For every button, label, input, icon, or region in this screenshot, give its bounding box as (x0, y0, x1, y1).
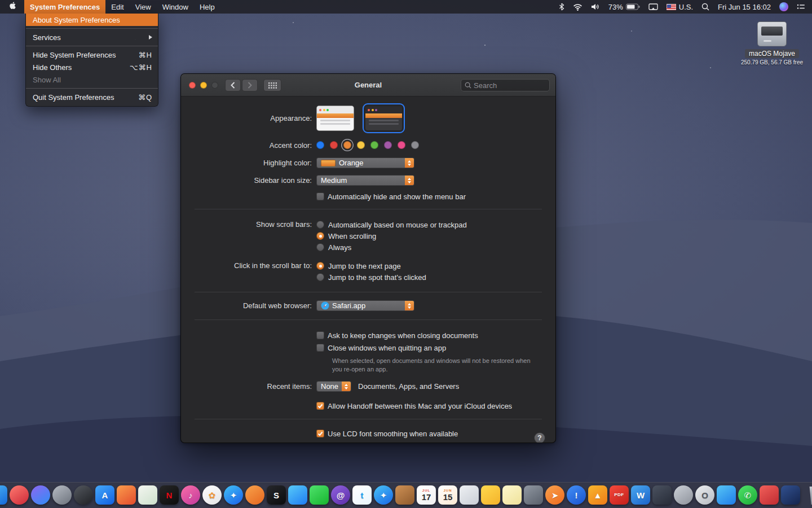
dock-icon-disc[interactable]: O (695, 485, 715, 505)
dock-icon-pdf[interactable]: PDF (609, 485, 629, 505)
menu-item-hide-others[interactable]: Hide Others ⌥⌘H (26, 61, 158, 73)
bluetooth-icon[interactable] (559, 3, 564, 11)
dock-icon-alert-info[interactable]: ! (566, 485, 586, 505)
show-all-grid-button[interactable] (263, 79, 281, 91)
accent-color-green[interactable] (370, 141, 378, 149)
dock-icon-facetime[interactable] (309, 485, 329, 505)
dock-icon-siri[interactable] (30, 485, 51, 505)
window-titlebar[interactable]: General (181, 74, 555, 97)
accent-color-purple[interactable] (384, 141, 392, 149)
dock-icon-installer[interactable]: ▲ (588, 485, 608, 505)
accent-color-gray[interactable] (411, 141, 419, 149)
chevron-left-icon (231, 82, 235, 89)
search-input[interactable] (474, 81, 546, 90)
sidebar-size-popup[interactable]: Medium (316, 175, 414, 186)
dock-icon-music[interactable]: ♪ (180, 485, 201, 505)
lcd-smoothing-checkbox[interactable] (316, 430, 324, 437)
menubar-autohide-checkbox[interactable] (316, 192, 324, 200)
menu-item-quit[interactable]: Quit System Preferences ⌘Q (26, 91, 158, 103)
dock-icon-voice-memos[interactable] (245, 485, 265, 505)
close-button[interactable] (189, 82, 196, 89)
dock-icon-stickies[interactable] (502, 485, 522, 505)
search-field[interactable] (461, 79, 550, 91)
dock-icon-finder[interactable] (0, 485, 8, 505)
dock-icon-camera-red[interactable] (759, 485, 779, 505)
jump-next-page-radio[interactable] (316, 262, 324, 270)
scrollbars-when-scrolling-radio[interactable] (316, 232, 324, 240)
help-button[interactable]: ? (534, 432, 545, 443)
scrollbars-auto-radio[interactable] (316, 221, 324, 229)
dock-icon-maps[interactable] (138, 485, 158, 505)
dock-icon-gear[interactable] (673, 485, 694, 505)
default-browser-popup[interactable]: Safari.app (316, 300, 414, 311)
volume-icon[interactable] (591, 3, 600, 10)
battery-icon[interactable] (626, 3, 640, 10)
menu-item-hide-app[interactable]: Hide System Preferences ⌘H (26, 49, 158, 61)
menu-edit[interactable]: Edit (105, 0, 129, 14)
system-preferences-window: General Appearance: Accent color: Highli… (180, 73, 556, 443)
menu-view[interactable]: View (130, 0, 157, 14)
menu-bar-clock[interactable]: Fri Jun 15 16:02 (718, 3, 771, 11)
wifi-icon[interactable] (573, 3, 582, 11)
dock-icon-photo-booth[interactable] (9, 485, 29, 505)
highlight-color-popup[interactable]: Orange (316, 157, 414, 168)
dock-icon-archive[interactable] (652, 485, 672, 505)
dock-icon-camera[interactable] (52, 485, 72, 505)
dock-icon-safari[interactable]: ✦ (223, 485, 244, 505)
menu-item-about[interactable]: About System Preferences (26, 14, 158, 26)
forward-button[interactable] (242, 79, 258, 91)
appearance-light-option[interactable] (316, 106, 354, 131)
siri-icon[interactable] (779, 2, 788, 11)
dock-icon-textedit[interactable] (459, 485, 479, 505)
dock-icon-shazam[interactable]: S (266, 485, 286, 505)
close-windows-checkbox[interactable] (316, 344, 324, 352)
dock-icon-notes[interactable] (480, 485, 501, 505)
scrollbars-always-radio[interactable] (316, 243, 324, 251)
accent-color-yellow[interactable] (357, 141, 365, 149)
dock-icon-launchpad[interactable] (116, 485, 136, 505)
hard-drive-icon[interactable] (757, 21, 787, 46)
dock-icon-trash[interactable] (807, 485, 812, 505)
dock-icon-books[interactable] (395, 485, 415, 505)
menu-window[interactable]: Window (157, 0, 194, 14)
accent-color-red[interactable] (330, 141, 338, 149)
menu-help[interactable]: Help (194, 0, 220, 14)
handoff-checkbox[interactable] (316, 402, 324, 410)
notification-center-icon[interactable] (797, 3, 805, 10)
spotlight-icon[interactable] (701, 3, 709, 11)
jump-to-spot-radio[interactable] (316, 273, 324, 281)
dock-icon-photos[interactable]: ✿ (202, 485, 222, 505)
apple-menu[interactable] (0, 0, 24, 14)
minimize-button[interactable] (200, 82, 207, 89)
recent-items-popup[interactable]: None (316, 381, 351, 392)
dock-icon-messages[interactable] (288, 485, 308, 505)
appearance-dark-option[interactable] (365, 106, 403, 131)
separator (195, 419, 542, 419)
dock-icon-calendar-alt[interactable]: JUN15 (438, 485, 458, 505)
accent-color-blue[interactable] (316, 141, 324, 149)
dock-icon-calendar[interactable]: JUL17 (416, 485, 436, 505)
dock-icon-app-store[interactable]: A (95, 485, 115, 505)
dock-icon-lens[interactable] (73, 485, 94, 505)
menu-separator (26, 28, 158, 29)
accent-color-pink[interactable] (398, 141, 405, 149)
dock-icon-display[interactable] (716, 485, 736, 505)
dock-icon-twitter[interactable]: t (352, 485, 372, 505)
airplay-display-icon[interactable] (648, 3, 658, 11)
ask-keep-changes-checkbox[interactable] (316, 331, 324, 339)
menu-item-services[interactable]: Services (26, 31, 158, 43)
dock-icon-send[interactable]: ➤ (545, 485, 565, 505)
dock-icon-netflix[interactable]: N (159, 485, 179, 505)
back-button[interactable] (225, 79, 241, 91)
dock-icon-word-doc[interactable]: W (630, 485, 651, 505)
dock-icon-mail[interactable]: @ (330, 485, 351, 505)
dock-icon-utility[interactable] (523, 485, 544, 505)
system-preferences-app-menu: About System Preferences Services Hide S… (25, 14, 158, 107)
dock-icon-browser[interactable]: ✦ (373, 485, 394, 505)
input-source-menu[interactable]: U.S. (667, 3, 693, 11)
desktop-volume-macos-mojave[interactable]: macOS Mojave 250.79 GB, 56.7 GB free (745, 21, 798, 65)
menu-system-preferences[interactable]: System Preferences (24, 0, 105, 14)
dock-icon-dev[interactable] (780, 485, 801, 505)
dock-icon-whatsapp[interactable]: ✆ (738, 485, 758, 505)
accent-color-orange[interactable] (343, 141, 351, 149)
